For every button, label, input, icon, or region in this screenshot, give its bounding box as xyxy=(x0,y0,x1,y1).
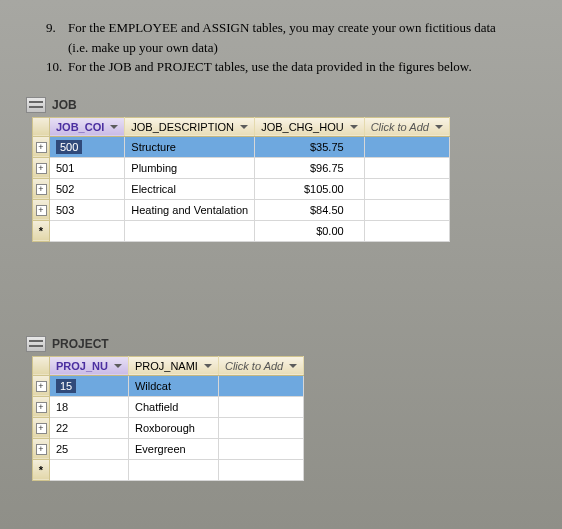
item9-sub: (i.e. make up your own data) xyxy=(68,38,218,58)
expand-icon[interactable]: + xyxy=(36,163,47,174)
job-table-title: JOB xyxy=(26,97,552,113)
project-table[interactable]: PROJ_NU PROJ_NAMI Click to Add + 15 Wild… xyxy=(32,356,304,481)
row-selector[interactable]: + xyxy=(33,375,50,396)
expand-icon[interactable]: + xyxy=(36,142,47,153)
row-selector[interactable]: + xyxy=(33,438,50,459)
new-row-selector[interactable]: * xyxy=(33,459,50,480)
col-proj-num[interactable]: PROJ_NU xyxy=(50,356,129,375)
new-row[interactable]: * xyxy=(33,459,304,480)
table-row[interactable]: + 15 Wildcat xyxy=(33,375,304,396)
expand-icon[interactable]: + xyxy=(36,402,47,413)
col-job-code[interactable]: JOB_COI xyxy=(50,117,125,136)
click-to-add-column[interactable]: Click to Add xyxy=(218,356,303,375)
new-row[interactable]: * $0.00 xyxy=(33,220,450,241)
table-row[interactable]: + 22 Roxborough xyxy=(33,417,304,438)
expand-icon[interactable]: + xyxy=(36,444,47,455)
col-job-description[interactable]: JOB_DESCRIPTION xyxy=(125,117,255,136)
table-row[interactable]: + 502 Electrical $105.00 xyxy=(33,178,450,199)
chevron-down-icon xyxy=(289,364,297,368)
expand-icon[interactable]: + xyxy=(36,184,47,195)
datasheet-icon xyxy=(26,336,46,352)
chevron-down-icon xyxy=(240,125,248,129)
row-selector-header[interactable] xyxy=(33,117,50,136)
chevron-down-icon xyxy=(435,125,443,129)
table-row[interactable]: + 18 Chatfield xyxy=(33,396,304,417)
row-selector[interactable]: + xyxy=(33,178,50,199)
item10-number: 10. xyxy=(46,57,68,77)
table-row[interactable]: + 503 Heating and Ventalation $84.50 xyxy=(33,199,450,220)
row-selector[interactable]: + xyxy=(33,396,50,417)
table-row[interactable]: + 500 Structure $35.75 xyxy=(33,136,450,157)
chevron-down-icon xyxy=(110,125,118,129)
row-selector[interactable]: + xyxy=(33,157,50,178)
datasheet-icon xyxy=(26,97,46,113)
table-row[interactable]: + 501 Plumbing $96.75 xyxy=(33,157,450,178)
item10-text: For the JOB and PROJECT tables, use the … xyxy=(68,57,472,77)
row-selector[interactable]: + xyxy=(33,136,50,157)
expand-icon[interactable]: + xyxy=(36,381,47,392)
chevron-down-icon xyxy=(114,364,122,368)
item9-number: 9. xyxy=(46,18,68,38)
row-selector-header[interactable] xyxy=(33,356,50,375)
col-job-chg-hour[interactable]: JOB_CHG_HOU xyxy=(255,117,365,136)
new-row-selector[interactable]: * xyxy=(33,220,50,241)
item9-text: For the EMPLOYEE and ASSIGN tables, you … xyxy=(68,18,496,38)
chevron-down-icon xyxy=(350,125,358,129)
expand-icon[interactable]: + xyxy=(36,423,47,434)
project-table-title: PROJECT xyxy=(26,336,552,352)
click-to-add-column[interactable]: Click to Add xyxy=(364,117,449,136)
row-selector[interactable]: + xyxy=(33,199,50,220)
chevron-down-icon xyxy=(204,364,212,368)
expand-icon[interactable]: + xyxy=(36,205,47,216)
row-selector[interactable]: + xyxy=(33,417,50,438)
instructions-block: 9. For the EMPLOYEE and ASSIGN tables, y… xyxy=(46,18,532,77)
col-proj-name[interactable]: PROJ_NAMI xyxy=(128,356,218,375)
job-table[interactable]: JOB_COI JOB_DESCRIPTION JOB_CHG_HOU Clic… xyxy=(32,117,450,242)
table-row[interactable]: + 25 Evergreen xyxy=(33,438,304,459)
